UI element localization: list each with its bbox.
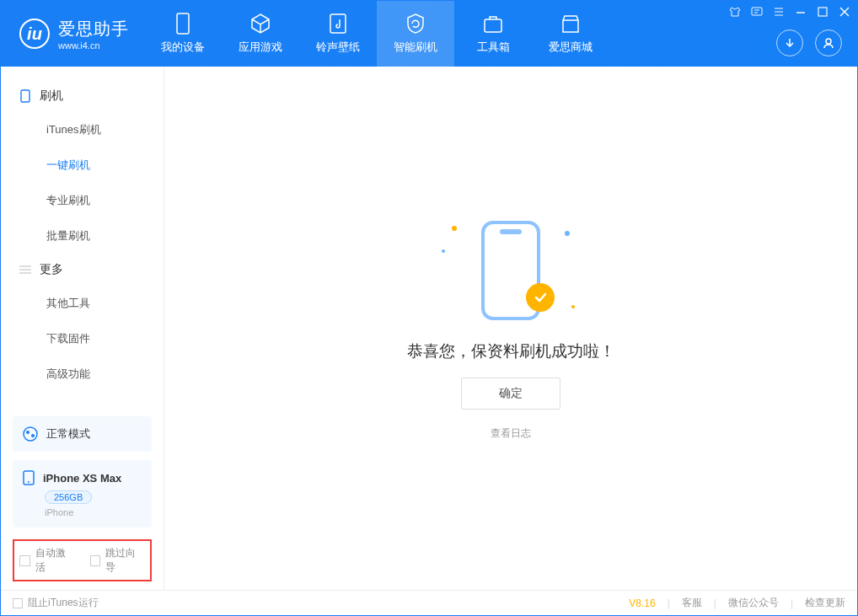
decor-dot-icon (452, 226, 457, 231)
link-check-update[interactable]: 检查更新 (805, 596, 845, 610)
sidebar-item-oneclick-flash[interactable]: 一键刷机 (1, 147, 164, 183)
sidebar-section-flash: 刷机 (1, 80, 164, 112)
checkbox-block-itunes[interactable]: 阻止iTunes运行 (13, 596, 99, 610)
nav-tabs: 我的设备 应用游戏 铃声壁纸 智能刷机 工具箱 爱思商城 (144, 1, 609, 67)
checkbox-box-icon (90, 555, 101, 566)
logo-icon: iu (19, 19, 50, 49)
svg-rect-2 (485, 19, 501, 32)
checkbox-label: 跳过向导 (105, 546, 145, 575)
separator: | (668, 597, 670, 609)
app-name: 爱思助手 (58, 18, 129, 40)
sidebar: 刷机 iTunes刷机 一键刷机 专业刷机 批量刷机 更多 其他工具 下载固件 … (1, 67, 164, 590)
statusbar-right: V8.16 | 客服 | 微信公众号 | 检查更新 (629, 596, 845, 610)
main-content: 恭喜您，保资料刷机成功啦！ 确定 查看日志 (164, 67, 857, 590)
maximize-icon[interactable] (817, 6, 829, 18)
checkbox-label: 自动激活 (35, 546, 75, 575)
download-button[interactable] (776, 29, 803, 56)
check-badge-icon (526, 283, 555, 312)
sidebar-bottom: 正常模式 iPhone XS Max 256GB iPhone 自动激活 跳过向… (1, 408, 164, 590)
briefcase-icon (482, 13, 504, 35)
sidebar-item-advanced[interactable]: 高级功能 (1, 356, 164, 392)
svg-rect-14 (21, 90, 29, 102)
link-support[interactable]: 客服 (682, 596, 702, 610)
svg-point-22 (28, 481, 29, 483)
svg-rect-0 (177, 13, 189, 34)
mode-label: 正常模式 (46, 426, 90, 442)
store-icon (560, 13, 582, 35)
feedback-icon[interactable] (751, 6, 763, 18)
logo-block: iu 爱思助手 www.i4.cn (1, 18, 144, 51)
checkbox-label: 阻止iTunes运行 (28, 596, 99, 610)
svg-point-18 (24, 427, 37, 441)
svg-rect-1 (330, 14, 346, 33)
tab-smart-flash[interactable]: 智能刷机 (377, 1, 454, 67)
tab-label: 工具箱 (477, 40, 510, 55)
tab-my-device[interactable]: 我的设备 (144, 1, 222, 67)
phone-icon (172, 13, 194, 35)
success-message: 恭喜您，保资料刷机成功啦！ (407, 340, 615, 362)
shirt-icon[interactable] (729, 6, 741, 18)
device-type: iPhone (45, 507, 142, 517)
refresh-shield-icon (405, 13, 426, 35)
logo-text: 爱思助手 www.i4.cn (58, 18, 129, 51)
tab-store[interactable]: 爱思商城 (532, 1, 609, 67)
app-url: www.i4.cn (58, 40, 129, 51)
decor-dot-icon (571, 305, 575, 308)
view-log-link[interactable]: 查看日志 (491, 426, 531, 441)
separator: | (791, 597, 793, 609)
checkbox-box-icon (13, 598, 23, 608)
svg-rect-3 (752, 8, 762, 15)
svg-rect-10 (818, 8, 827, 16)
window-controls (729, 6, 850, 18)
checkbox-auto-activate[interactable]: 自动激活 (19, 546, 75, 575)
separator: | (714, 597, 716, 609)
phone-outline-icon (19, 90, 31, 102)
sidebar-item-download-firmware[interactable]: 下载固件 (1, 321, 164, 356)
device-card[interactable]: iPhone XS Max 256GB iPhone (13, 460, 152, 528)
tab-label: 智能刷机 (394, 40, 437, 55)
tab-ringtones-wallpapers[interactable]: 铃声壁纸 (299, 1, 377, 67)
sidebar-item-other-tools[interactable]: 其他工具 (1, 286, 164, 321)
header-extra-buttons (776, 29, 842, 56)
tab-label: 爱思商城 (549, 40, 593, 55)
header-bar: iu 爱思助手 www.i4.cn 我的设备 应用游戏 铃声壁纸 智能刷机 工具… (1, 1, 857, 67)
svg-point-19 (26, 431, 29, 434)
section-title: 刷机 (40, 88, 63, 104)
decor-dot-icon (442, 249, 445, 253)
status-bar: 阻止iTunes运行 V8.16 | 客服 | 微信公众号 | 检查更新 (1, 590, 857, 615)
device-name: iPhone XS Max (43, 472, 121, 485)
decor-dot-icon (565, 231, 570, 236)
body-area: 刷机 iTunes刷机 一键刷机 专业刷机 批量刷机 更多 其他工具 下载固件 … (1, 67, 857, 590)
success-illustration (426, 216, 595, 325)
tab-label: 铃声壁纸 (316, 40, 360, 55)
sidebar-item-pro-flash[interactable]: 专业刷机 (1, 183, 164, 218)
highlight-checkbox-row: 自动激活 跳过向导 (13, 539, 152, 581)
device-capacity: 256GB (45, 490, 92, 504)
svg-point-13 (826, 39, 831, 44)
svg-point-20 (31, 434, 35, 437)
cube-icon (249, 13, 271, 35)
device-icon (23, 470, 35, 485)
version-label: V8.16 (629, 597, 655, 609)
tab-toolbox[interactable]: 工具箱 (454, 1, 532, 67)
user-profile-button[interactable] (815, 29, 842, 56)
menu-icon[interactable] (773, 6, 785, 18)
sidebar-section-more: 更多 (1, 254, 164, 286)
music-file-icon (327, 13, 349, 35)
list-icon (19, 264, 31, 276)
sidebar-item-itunes-flash[interactable]: iTunes刷机 (1, 112, 164, 147)
tab-label: 我的设备 (161, 40, 205, 55)
minimize-icon[interactable] (795, 6, 807, 18)
tab-label: 应用游戏 (239, 40, 282, 55)
mode-card[interactable]: 正常模式 (13, 416, 152, 452)
ok-button[interactable]: 确定 (461, 378, 560, 410)
tab-apps-games[interactable]: 应用游戏 (222, 1, 299, 67)
close-icon[interactable] (839, 6, 850, 18)
section-title: 更多 (40, 262, 63, 277)
link-wechat[interactable]: 微信公众号 (728, 596, 779, 610)
mode-icon (23, 426, 38, 442)
checkbox-box-icon (19, 555, 30, 566)
sidebar-item-batch-flash[interactable]: 批量刷机 (1, 218, 164, 254)
checkbox-skip-guide[interactable]: 跳过向导 (90, 546, 146, 575)
